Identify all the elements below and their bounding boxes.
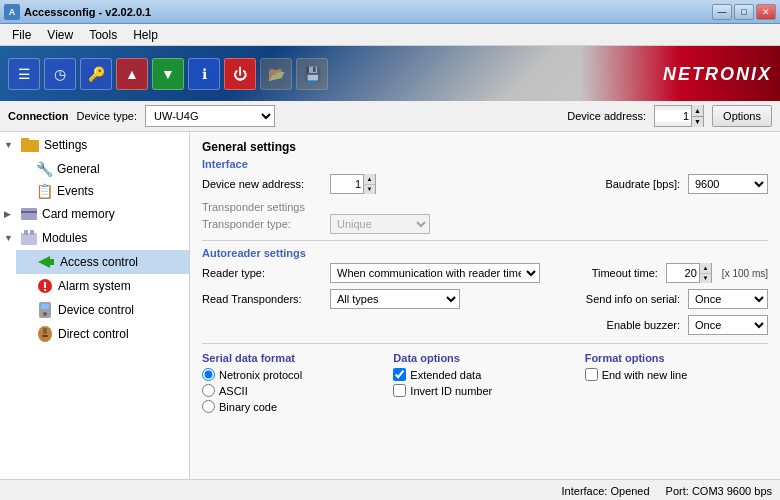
header-banner: ☰ ◷ 🔑 ▲ ▼ ℹ ⏻ 📂 💾 NETRONIX [0,46,780,101]
general-settings-title: General settings [202,140,768,154]
sidebar: ▼ Settings 🔧 General 📋 Events ▶ [0,132,190,479]
svg-marker-7 [38,256,50,268]
connection-label: Connection [8,110,69,122]
sidebar-item-alarm-system[interactable]: Alarm system [16,274,189,298]
sidebar-item-card-memory[interactable]: ▶ Card memory [0,202,189,226]
radio-ascii: ASCII [202,384,385,397]
menu-tools[interactable]: Tools [81,26,125,44]
radio-binary-input[interactable] [202,400,215,413]
key-icon: 🔑 [88,66,105,82]
minimize-button[interactable]: — [712,4,732,20]
info-icon: ℹ [202,66,207,82]
folder-open-button[interactable]: 📂 [260,58,292,90]
svg-rect-6 [30,230,34,235]
main-area: ▼ Settings 🔧 General 📋 Events ▶ [0,132,780,479]
expand-card-icon: ▶ [4,209,16,219]
save-button[interactable]: 💾 [296,58,328,90]
folder-open-icon: 📂 [268,66,285,82]
device-address-input[interactable] [655,110,691,122]
title-bar: A Accessconfig - v2.02.0.1 — □ ✕ [0,0,780,24]
sidebar-item-direct-control[interactable]: Direct control [16,322,189,346]
device-type-select[interactable]: UW-U4G [145,105,275,127]
app-title: Accessconfig - v2.02.0.1 [24,6,151,18]
svg-rect-1 [21,138,29,142]
menu-help[interactable]: Help [125,26,166,44]
autoreader-title: Autoreader settings [202,247,768,259]
radio-ascii-input[interactable] [202,384,215,397]
sidebar-item-access-control[interactable]: Access control [16,250,189,274]
enable-buzzer-select[interactable]: Once Always Never [688,315,768,335]
new-address-up[interactable]: ▲ [363,174,375,185]
device-control-icon [36,301,54,319]
timeout-up[interactable]: ▲ [699,263,711,274]
invert-id-checkbox[interactable] [393,384,406,397]
menu-view[interactable]: View [39,26,81,44]
down-arrow-icon: ▼ [161,66,175,82]
alarm-system-label: Alarm system [58,279,131,293]
data-options-section: Data options Extended data Invert ID num… [393,352,576,416]
extended-data-checkbox[interactable] [393,368,406,381]
options-button[interactable]: Options [712,105,772,127]
send-info-select[interactable]: Once Always Never [688,289,768,309]
device-new-address-input[interactable] [331,178,363,190]
sidebar-item-settings[interactable]: ▼ Settings [0,132,189,158]
download-button[interactable]: ▼ [152,58,184,90]
address-baudrate-row: Device new address: ▲ ▼ Baudrate [bps]: … [202,174,768,194]
transponder-settings-label: Transponder settings [202,201,305,213]
timeout-down[interactable]: ▼ [699,274,711,284]
read-transponders-select[interactable]: All types Unique only Mifare only [330,289,460,309]
connection-bar: Connection Device type: UW-U4G Device ad… [0,101,780,132]
status-bar: Interface: Opened Port: COM3 9600 bps [0,479,780,500]
maximize-button[interactable]: □ [734,4,754,20]
upload-button[interactable]: ▲ [116,58,148,90]
interface-status: Interface: Opened [562,485,650,497]
enable-buzzer-label: Enable buzzer: [607,319,680,331]
menu-file[interactable]: File [4,26,39,44]
device-control-label: Device control [58,303,134,317]
direct-control-label: Direct control [58,327,129,341]
interface-subtitle: Interface [202,158,768,170]
clock-icon: ◷ [54,66,66,82]
up-arrow-icon: ▲ [125,66,139,82]
access-control-icon [36,253,56,271]
timeout-input[interactable] [667,267,699,279]
card-memory-icon [20,205,38,223]
key-button[interactable]: 🔑 [80,58,112,90]
radio-netronix-input[interactable] [202,368,215,381]
events-icon: 📋 [36,183,53,199]
serial-data-format-section: Serial data format Netronix protocol ASC… [202,352,385,416]
transponder-type-label: Transponder type: [202,218,322,230]
sidebar-item-general[interactable]: 🔧 General [16,158,189,180]
device-address-spinner: ▲ ▼ [654,105,704,127]
new-address-down[interactable]: ▼ [363,185,375,195]
power-icon: ⏻ [233,66,247,82]
direct-control-icon [36,325,54,343]
timeout-unit-label: [x 100 ms] [722,268,768,279]
sidebar-item-events[interactable]: 📋 Events [16,180,189,202]
svg-rect-11 [44,289,46,291]
list-button[interactable]: ☰ [8,58,40,90]
address-up-arrow[interactable]: ▲ [691,105,703,117]
baudrate-select[interactable]: 9600 19200 38400 [688,174,768,194]
save-icon: 💾 [304,66,321,82]
device-new-address-spinner: ▲ ▼ [330,174,376,194]
sidebar-item-modules[interactable]: ▼ Modules [0,226,189,250]
new-line-checkbox[interactable] [585,368,598,381]
modules-icon [20,229,38,247]
reader-type-select[interactable]: When communication with reader timeout A… [330,263,540,283]
close-button[interactable]: ✕ [756,4,776,20]
invert-id-label: Invert ID number [410,385,492,397]
info-button[interactable]: ℹ [188,58,220,90]
power-button[interactable]: ⏻ [224,58,256,90]
reader-type-label: Reader type: [202,267,322,279]
content-panel: General settings Interface Device new ad… [190,132,780,479]
address-down-arrow[interactable]: ▼ [691,117,703,128]
read-transponders-label: Read Transponders: [202,293,322,305]
toolbar: ☰ ◷ 🔑 ▲ ▼ ℹ ⏻ 📂 💾 [8,58,328,90]
sidebar-item-device-control[interactable]: Device control [16,298,189,322]
general-label: General [57,162,100,176]
transponder-type-select[interactable]: Unique [330,214,430,234]
svg-rect-4 [21,233,37,245]
clock-button[interactable]: ◷ [44,58,76,90]
title-bar-buttons: — □ ✕ [712,4,776,20]
